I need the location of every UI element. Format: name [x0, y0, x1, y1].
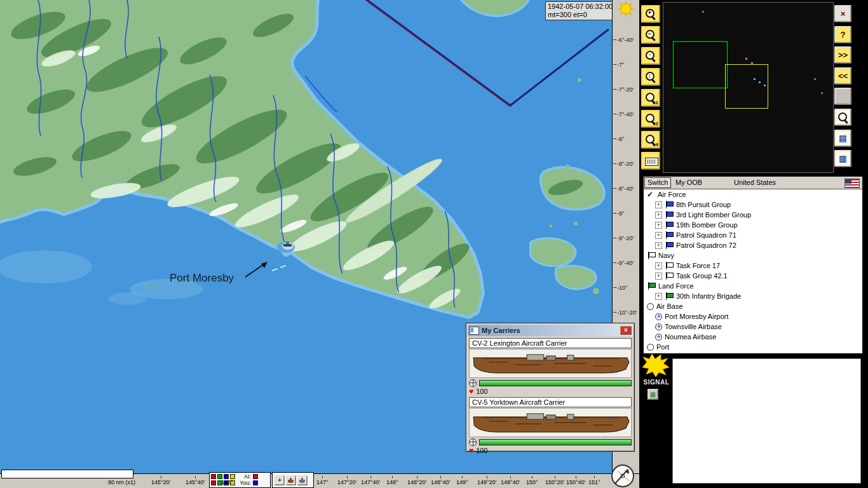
oob-tree-item[interactable]: +30th Infantry Brigade [644, 291, 862, 301]
flag-blue-icon [665, 231, 674, 239]
oob-tab-label[interactable]: My OOB [675, 179, 702, 186]
oob-tree-item[interactable]: +Task Group 42.1 [644, 271, 862, 281]
expand-icon[interactable]: + [655, 262, 662, 269]
oob-tree-item[interactable]: Navy [644, 250, 862, 261]
oob-tree-item[interactable]: +8th Pursuit Group [644, 200, 862, 210]
carrier-name[interactable]: CV-2 Lexington Aircraft Carrier [469, 338, 632, 348]
color-swatch [230, 474, 235, 479]
zoom-x2-button[interactable]: x2 [641, 110, 660, 128]
longitude-label: 149°20' [477, 479, 496, 485]
oob-tree-item[interactable]: +3rd Light Bomber Group [644, 210, 862, 220]
carriers-titlebar[interactable]: My Carriers × [468, 325, 633, 336]
close-button[interactable]: × [834, 5, 851, 22]
close-icon[interactable]: × [620, 326, 632, 335]
carrier-hp-row: ♥ 100 [469, 386, 632, 396]
latitude-label: -8°-20' [617, 161, 634, 167]
zoom-fit-button[interactable]: ↕ [641, 68, 660, 86]
minimap[interactable] [663, 2, 834, 173]
magnifier-icon [838, 112, 849, 123]
help-button[interactable]: ? [834, 26, 851, 43]
carrier-hp-row: ♥ 100 [469, 445, 632, 455]
zoom-area-button[interactable]: ◦ [641, 47, 660, 65]
latitude-label: -6°-40' [617, 37, 634, 43]
airbase-icon [655, 313, 662, 320]
latitude-label: -9°-40' [617, 260, 634, 266]
magnifier-icon: ◦ [646, 51, 656, 62]
switch-button[interactable]: Switch [644, 177, 671, 188]
oob-tree-item[interactable]: +Patrol Squadron 72 [644, 240, 862, 250]
carrier-image[interactable] [469, 408, 632, 437]
windows-button[interactable]: ▤ [834, 130, 851, 147]
daylight-sun-icon [614, 0, 637, 19]
legend-row: You: [211, 480, 269, 486]
health-bar [479, 380, 632, 386]
color-swatch [217, 474, 222, 479]
flag-navy-icon [665, 262, 674, 269]
hotkeys-button[interactable] [641, 152, 660, 170]
expand-icon[interactable]: + [655, 273, 662, 280]
oob-tree-item[interactable]: ✓Air Force [644, 189, 862, 200]
window-toolbar: ×?>><<▤▥ [834, 0, 853, 172]
flag-navy-icon [647, 252, 656, 259]
add-unit-button[interactable]: + [275, 475, 285, 485]
minimap-unit-dot [745, 58, 747, 60]
oob-tree-item[interactable]: Townsville Airbase [644, 322, 862, 332]
helm-icon [469, 379, 477, 387]
zoom-level-badge: x4 [653, 142, 658, 147]
oob-tree-item[interactable]: Air Base [644, 301, 862, 311]
zoom-x1-button[interactable]: x1 [641, 89, 660, 107]
zoom-level-badge: x1 [653, 100, 658, 105]
expand-icon[interactable]: + [655, 222, 662, 229]
oob-tree-item[interactable]: +19th Bomber Group [644, 220, 862, 230]
flag-green-icon [665, 292, 674, 300]
oob-tree-item[interactable]: Port Moresby Airport [644, 311, 862, 322]
find-button[interactable] [834, 109, 851, 126]
latitude-label: -9° [617, 210, 625, 217]
expand-icon[interactable]: + [655, 232, 662, 239]
magnifier-glyph: + [646, 10, 654, 17]
circle-icon [647, 303, 654, 310]
zoom-x4-button[interactable]: x4 [641, 131, 660, 149]
my-carriers-window[interactable]: My Carriers × CV-2 Lexington Aircraft Ca… [466, 323, 635, 452]
oob-item-label: Townsville Airbase [665, 323, 722, 330]
oob-item-label: 19th Bomber Group [676, 221, 738, 229]
heart-icon: ♥ [469, 388, 473, 395]
blank-button[interactable] [834, 88, 851, 105]
back-button[interactable]: << [834, 67, 851, 85]
reports-button[interactable]: ▥ [834, 150, 851, 167]
latitude-label: -10° [617, 285, 628, 291]
expand-icon[interactable]: + [655, 201, 662, 208]
ship-red-button[interactable] [286, 475, 296, 485]
compass-icon[interactable] [610, 463, 635, 488]
airbase-icon [655, 323, 662, 330]
minimap-selection-rect[interactable] [725, 64, 768, 109]
zoom-in-button[interactable]: + [641, 5, 660, 23]
latitude-label: -7° [617, 62, 625, 68]
signal-flash-icon[interactable] [642, 353, 670, 377]
carrier-status-row [469, 379, 632, 386]
zoom-out-button[interactable]: − [641, 26, 660, 44]
minimap-view-rect[interactable] [673, 41, 728, 88]
carrier-entry: CV-5 Yorktown Aircraft Carrier ♥ 100 [469, 397, 632, 455]
carrier-image[interactable] [469, 349, 632, 378]
carrier-name[interactable]: CV-5 Yorktown Aircraft Carrier [469, 397, 632, 407]
expand-icon[interactable]: + [655, 242, 662, 249]
ai-label: AI: [237, 474, 251, 480]
oob-item-label: Land Force [658, 282, 694, 290]
oob-tree-item[interactable]: Land Force [644, 281, 862, 291]
oob-tree-item[interactable]: Port [644, 342, 862, 352]
signal-label: SIGNAL [642, 379, 671, 386]
forward-button[interactable]: >> [834, 46, 851, 64]
game-clock: 1942-05-07 06:32:00 mt=300 et=0 [545, 1, 612, 20]
flag-blue-icon [665, 241, 674, 249]
expand-icon[interactable]: + [655, 212, 662, 219]
signal-log-button[interactable]: ▦ [648, 389, 658, 400]
oob-tree-item[interactable]: +Task Force 17 [644, 261, 862, 271]
info-panel [672, 358, 861, 484]
expand-icon[interactable]: + [655, 293, 662, 300]
oob-tree-item[interactable]: Noumea Airbase [644, 332, 862, 342]
longitude-label: 148° [386, 479, 398, 485]
oob-tree-item[interactable]: +Patrol Squadron 71 [644, 230, 862, 240]
oob-item-label: 8th Pursuit Group [676, 201, 731, 208]
ship-gray-button[interactable] [297, 475, 308, 485]
